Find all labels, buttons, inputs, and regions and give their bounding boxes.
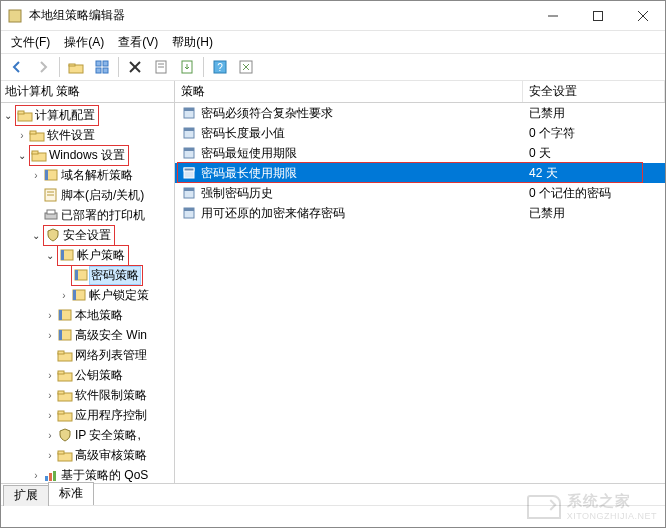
svg-rect-57 bbox=[184, 108, 194, 111]
expander-icon[interactable]: › bbox=[43, 450, 57, 461]
forward-button[interactable] bbox=[31, 56, 55, 78]
show-hide-tree-button[interactable] bbox=[90, 56, 114, 78]
tree-item[interactable]: ›帐户锁定策 bbox=[1, 285, 174, 305]
expander-icon[interactable]: › bbox=[43, 310, 57, 321]
svg-rect-54 bbox=[49, 473, 52, 481]
cell-setting: 已禁用 bbox=[523, 205, 665, 222]
tree-item[interactable]: ›高级安全 Win bbox=[1, 325, 174, 345]
tree-item-label: 基于策略的 QoS bbox=[59, 466, 150, 484]
tree-item[interactable]: ›公钥策略 bbox=[1, 365, 174, 385]
tree-item-label: Windows 设置 bbox=[47, 146, 127, 165]
list-header: 策略 安全设置 bbox=[175, 81, 665, 103]
svg-rect-36 bbox=[75, 270, 78, 280]
tree-item[interactable]: 脚本(启动/关机) bbox=[1, 185, 174, 205]
svg-rect-67 bbox=[184, 208, 194, 211]
tree-item[interactable]: ›应用程序控制 bbox=[1, 405, 174, 425]
toolbar-separator bbox=[118, 57, 119, 77]
expander-icon[interactable]: › bbox=[57, 290, 71, 301]
menu-file[interactable]: 文件(F) bbox=[5, 32, 56, 53]
toolbar: ? bbox=[1, 53, 665, 81]
column-policy[interactable]: 策略 bbox=[175, 81, 523, 102]
menu-action[interactable]: 操作(A) bbox=[58, 32, 110, 53]
svg-rect-46 bbox=[58, 371, 64, 374]
tree-header[interactable]: 地计算机 策略 bbox=[1, 81, 174, 103]
book-icon bbox=[73, 268, 89, 282]
tree-item[interactable]: ⌄帐户策略 bbox=[1, 245, 174, 265]
policy-name: 用可还原的加密来储存密码 bbox=[201, 205, 345, 222]
folder-icon bbox=[57, 368, 73, 382]
list-row[interactable]: 用可还原的加密来储存密码已禁用 bbox=[175, 203, 665, 223]
expander-icon[interactable]: › bbox=[43, 370, 57, 381]
menu-help[interactable]: 帮助(H) bbox=[166, 32, 219, 53]
tree-item[interactable]: ›本地策略 bbox=[1, 305, 174, 325]
expander-icon[interactable]: › bbox=[29, 470, 43, 481]
policy-item-icon bbox=[181, 106, 197, 120]
toolbar-separator bbox=[203, 57, 204, 77]
tree-item[interactable]: 已部署的打印机 bbox=[1, 205, 174, 225]
svg-text:?: ? bbox=[217, 62, 223, 73]
list-row[interactable]: 密码最长使用期限42 天 bbox=[175, 163, 665, 183]
policy-item-icon bbox=[181, 146, 197, 160]
folder-icon bbox=[31, 148, 47, 162]
tree-item[interactable]: ⌄安全设置 bbox=[1, 225, 174, 245]
expander-icon[interactable]: › bbox=[15, 130, 29, 141]
expander-icon[interactable]: › bbox=[29, 170, 43, 181]
expander-icon[interactable]: ⌄ bbox=[15, 150, 29, 161]
tree-item[interactable]: ›高级审核策略 bbox=[1, 445, 174, 465]
policy-name: 密码最短使用期限 bbox=[201, 145, 297, 162]
tree-item[interactable]: ⌄Windows 设置 bbox=[1, 145, 174, 165]
policy-item-icon bbox=[181, 206, 197, 220]
svg-rect-40 bbox=[59, 310, 62, 320]
book-icon bbox=[57, 308, 73, 322]
svg-rect-48 bbox=[58, 391, 64, 394]
export-button[interactable] bbox=[175, 56, 199, 78]
policy-name: 密码必须符合复杂性要求 bbox=[201, 105, 333, 122]
list-row[interactable]: 强制密码历史0 个记住的密码 bbox=[175, 183, 665, 203]
svg-rect-52 bbox=[58, 451, 64, 454]
expander-icon[interactable]: › bbox=[43, 410, 57, 421]
expander-icon[interactable]: ⌄ bbox=[1, 110, 15, 121]
list-row[interactable]: 密码最短使用期限0 天 bbox=[175, 143, 665, 163]
tree-item[interactable]: ⌄计算机配置 bbox=[1, 105, 174, 125]
tree-item-label: 公钥策略 bbox=[73, 366, 125, 385]
tree-item[interactable]: ›基于策略的 QoS bbox=[1, 465, 174, 483]
svg-rect-6 bbox=[69, 64, 75, 66]
tree-item-label: 帐户锁定策 bbox=[87, 286, 151, 305]
expander-icon[interactable]: ⌄ bbox=[29, 230, 43, 241]
tree-item-label: 安全设置 bbox=[61, 226, 113, 245]
expander-icon[interactable]: › bbox=[43, 430, 57, 441]
tree-item[interactable]: ›软件限制策略 bbox=[1, 385, 174, 405]
minimize-button[interactable] bbox=[530, 1, 575, 31]
delete-button[interactable] bbox=[123, 56, 147, 78]
expander-icon[interactable]: › bbox=[43, 390, 57, 401]
expander-icon[interactable]: ⌄ bbox=[43, 250, 57, 261]
tree-pane: 地计算机 策略 ⌄计算机配置›软件设置⌄Windows 设置›域名解析策略脚本(… bbox=[1, 81, 175, 483]
tab-extended[interactable]: 扩展 bbox=[3, 485, 49, 506]
chart-icon bbox=[43, 468, 59, 482]
list-body: 密码必须符合复杂性要求已禁用密码长度最小值0 个字符密码最短使用期限0 天密码最… bbox=[175, 103, 665, 223]
folder-icon bbox=[57, 388, 73, 402]
tree-item[interactable]: ›域名解析策略 bbox=[1, 165, 174, 185]
help-button[interactable]: ? bbox=[208, 56, 232, 78]
list-row[interactable]: 密码长度最小值0 个字符 bbox=[175, 123, 665, 143]
expander-icon[interactable]: › bbox=[43, 330, 57, 341]
policy-item-icon bbox=[181, 166, 197, 180]
tree-item[interactable]: 密码策略 bbox=[1, 265, 174, 285]
menu-view[interactable]: 查看(V) bbox=[112, 32, 164, 53]
tree-item[interactable]: 网络列表管理 bbox=[1, 345, 174, 365]
maximize-button[interactable] bbox=[575, 1, 620, 31]
tab-standard[interactable]: 标准 bbox=[48, 482, 94, 505]
refresh-button[interactable] bbox=[234, 56, 258, 78]
list-row[interactable]: 密码必须符合复杂性要求已禁用 bbox=[175, 103, 665, 123]
tree-item[interactable]: ›IP 安全策略, bbox=[1, 425, 174, 445]
back-button[interactable] bbox=[5, 56, 29, 78]
close-button[interactable] bbox=[620, 1, 665, 31]
properties-button[interactable] bbox=[149, 56, 173, 78]
column-setting[interactable]: 安全设置 bbox=[523, 81, 665, 102]
tree-item-label: 软件限制策略 bbox=[73, 386, 149, 405]
cell-policy: 密码必须符合复杂性要求 bbox=[175, 105, 523, 122]
up-button[interactable] bbox=[64, 56, 88, 78]
tree-item-label: 高级审核策略 bbox=[73, 446, 149, 465]
tree-item[interactable]: ›软件设置 bbox=[1, 125, 174, 145]
svg-rect-44 bbox=[58, 351, 64, 354]
